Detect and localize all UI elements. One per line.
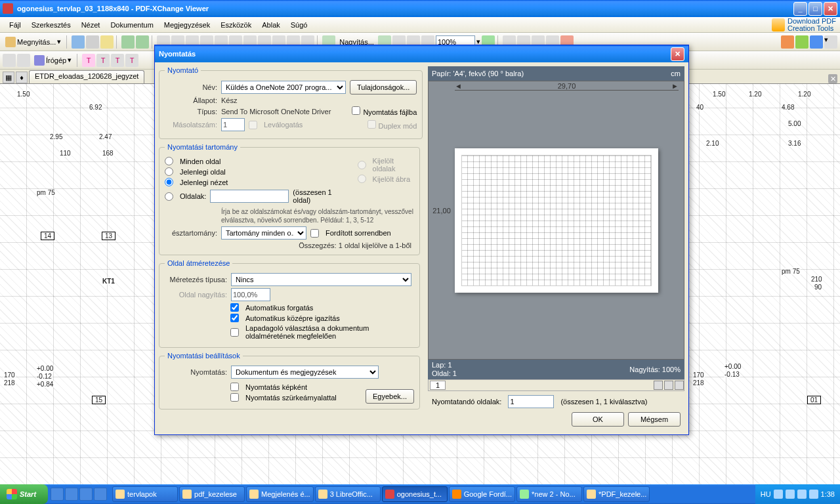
tray-icon[interactable]	[786, 490, 795, 499]
text-tool-icon[interactable]: T	[125, 54, 138, 67]
task-button[interactable]: Megjelenés é...	[246, 486, 314, 502]
ql-icon[interactable]	[51, 488, 64, 501]
ql-icon[interactable]	[79, 488, 93, 501]
page-zoom-input	[231, 288, 270, 301]
typewriter-button[interactable]: Írógép▾	[32, 55, 74, 66]
tool-icon[interactable]	[781, 35, 794, 49]
dialog-title: Nyomtatás	[159, 50, 196, 58]
tab-close-icon[interactable]: ✕	[828, 74, 837, 83]
preview-last-icon[interactable]	[675, 381, 684, 390]
save-icon[interactable]	[72, 35, 85, 49]
menu-help[interactable]: Súgó	[285, 20, 313, 30]
ruler-left: 21,00	[429, 101, 455, 320]
pages-to-print-input[interactable]	[508, 395, 554, 408]
preview-prev-icon[interactable]	[654, 381, 663, 390]
maximize-button[interactable]: □	[808, 2, 822, 16]
range-current-page-radio[interactable]	[165, 167, 173, 176]
printer-group: Nyomtató Név: Küldés a OneNote 2007 prog…	[159, 66, 423, 139]
promo-icon	[772, 18, 785, 32]
range-pages-radio[interactable]	[165, 192, 173, 201]
task-button[interactable]: *PDF_kezele...	[583, 486, 650, 502]
system-tray: HU 1:38	[755, 484, 840, 504]
grayscale-checkbox[interactable]	[230, 393, 239, 402]
tool-icon[interactable]	[17, 54, 30, 67]
preview-nav: 1	[428, 379, 684, 391]
print-content-select[interactable]: Dokumentum és megjegyzések	[231, 366, 379, 379]
quick-launch	[48, 488, 110, 501]
task-buttons: tervlapok pdf_kezelese Megjelenés é... 3…	[110, 486, 755, 502]
subset-select[interactable]: Tartomány minden o...	[221, 226, 306, 240]
print-icon[interactable]	[86, 35, 99, 49]
tool-icon[interactable]	[3, 54, 16, 67]
dialog-footer: Nyomtatandó oldalak: (összesen 1, 1 kivá…	[428, 391, 684, 412]
range-group: Nyomtatási tartomány Minden oldal Jelenl…	[159, 143, 420, 255]
pages-input[interactable]	[210, 190, 289, 203]
settings-icon[interactable]: ▾	[824, 35, 837, 49]
document-tab[interactable]: ETDR_eloadas_120628_jegyzet	[29, 70, 144, 83]
app-titlebar: ogonesius_tervlap_03_1188x840 - PDF-XCha…	[0, 0, 840, 17]
menu-comments[interactable]: Megjegyzések	[159, 20, 215, 30]
collate-checkbox	[249, 121, 257, 129]
ql-icon[interactable]	[65, 488, 78, 501]
task-button[interactable]: *new 2 - No...	[516, 486, 582, 502]
print-preview: ◄29,70► 21,00	[428, 81, 684, 360]
open-button[interactable]: Megnyitás...▾	[3, 37, 64, 47]
cancel-button[interactable]: Mégsem	[628, 412, 681, 427]
text-tool-icon[interactable]: T	[111, 54, 124, 67]
task-button[interactable]: pdf_kezelese	[179, 486, 245, 502]
tray-icon[interactable]	[797, 490, 807, 499]
redo-icon[interactable]	[136, 35, 149, 49]
printer-select[interactable]: Küldés a OneNote 2007 progra...	[221, 81, 346, 94]
email-icon[interactable]	[100, 35, 114, 49]
start-button[interactable]: Start	[0, 484, 48, 504]
range-all-radio[interactable]	[165, 157, 173, 165]
task-button[interactable]: 3 LibreOffic...	[315, 486, 381, 502]
minimize-button[interactable]: _	[793, 2, 807, 16]
menu-file[interactable]: Fájl	[4, 20, 26, 30]
task-button[interactable]: ogonesius_t...	[382, 486, 448, 502]
print-opts-group: Nyomtatási beállítások Nyomtatás: Dokume…	[159, 352, 420, 410]
paper-source-checkbox[interactable]	[230, 328, 239, 337]
tab-list-icon[interactable]: ▦	[3, 72, 14, 83]
dialog-close-icon[interactable]: ✕	[671, 47, 684, 61]
task-button[interactable]: tervlapok	[112, 486, 178, 502]
clock[interactable]: 1:38	[821, 490, 835, 498]
printer-properties-button[interactable]: Tulajdonságok...	[350, 80, 417, 94]
autocenter-checkbox[interactable]	[230, 314, 239, 322]
reverse-checkbox[interactable]	[310, 229, 319, 238]
preview-next-icon[interactable]	[664, 381, 673, 390]
menu-tools[interactable]: Eszközök	[215, 20, 257, 30]
ql-icon[interactable]	[94, 488, 107, 501]
close-button[interactable]: ✕	[824, 2, 837, 16]
windows-logo-icon	[7, 489, 17, 499]
tool-icon[interactable]	[795, 35, 808, 49]
tab-nav-icon[interactable]: ♦	[16, 72, 28, 83]
ok-button[interactable]: OK	[572, 412, 624, 427]
notepad-icon	[520, 490, 529, 499]
text-tool-icon[interactable]: T	[82, 54, 95, 67]
range-selected-graphic-radio	[358, 175, 366, 183]
menu-edit[interactable]: Szerkesztés	[26, 20, 76, 30]
preview-header: Papír: 'A4', fekvő (90 ° balra) cm	[428, 66, 684, 81]
tool-icon[interactable]	[810, 35, 823, 49]
autorotate-checkbox[interactable]	[230, 303, 239, 312]
tray-icon[interactable]	[809, 490, 818, 499]
copies-input	[221, 118, 245, 131]
app-icon	[3, 3, 13, 14]
language-indicator[interactable]: HU	[761, 490, 771, 498]
more-options-button[interactable]: Egyebek...	[366, 389, 414, 404]
as-image-checkbox[interactable]	[230, 383, 239, 391]
task-button[interactable]: Google Fordí...	[449, 486, 515, 502]
print-to-file-checkbox[interactable]	[352, 106, 360, 115]
menu-document[interactable]: Dokumentum	[105, 20, 158, 30]
scaling-type-select[interactable]: Nincs	[231, 273, 411, 286]
range-selected-pages-radio	[358, 161, 366, 169]
menu-window[interactable]: Ablak	[257, 20, 285, 30]
undo-icon[interactable]	[121, 35, 135, 49]
range-current-view-radio[interactable]	[165, 178, 173, 186]
app-icon	[318, 490, 327, 499]
menu-view[interactable]: Nézet	[76, 20, 106, 30]
tray-icon[interactable]	[774, 490, 783, 499]
text-tool-icon[interactable]: T	[96, 54, 110, 67]
promo-link[interactable]: Download PDF Creation Tools	[772, 18, 836, 32]
